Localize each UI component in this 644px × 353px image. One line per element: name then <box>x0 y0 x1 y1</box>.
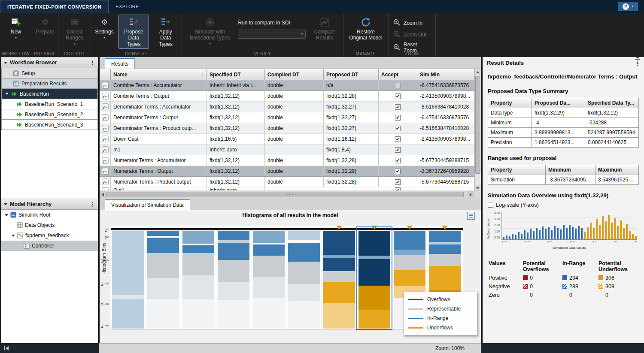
propose-data-types-button[interactable]: Propose Data Types <box>118 15 149 49</box>
vertical-scrollbar[interactable] <box>474 69 481 191</box>
tab-results[interactable]: Results <box>105 58 135 69</box>
tree-item-controller[interactable]: Controller <box>1 241 98 251</box>
compiled-dt-column-header[interactable]: Compiled DT <box>265 69 324 80</box>
accept-checkbox[interactable] <box>395 147 401 153</box>
kebab-menu-icon[interactable]: ⋮ <box>635 60 641 67</box>
prepare-icon: ⚙ <box>42 16 49 28</box>
skip-to-start-icon[interactable] <box>3 346 9 351</box>
accept-checkbox[interactable] <box>395 136 401 142</box>
property-header[interactable]: Property <box>488 98 532 108</box>
new-button[interactable]: New ▾ <box>3 15 28 42</box>
table-row[interactable]: Denominator Terms : Output fixdt(1,32,12… <box>100 112 474 123</box>
table-row[interactable]: Denominator Terms : Accumulator fixdt(1,… <box>100 102 474 112</box>
histogram-column[interactable] <box>182 231 214 329</box>
in-range-line-swatch <box>408 318 423 319</box>
table-row[interactable]: In1 Inherit: auto fixdt(1,8,4) <box>100 145 474 155</box>
simulate-embedded-button[interactable]: Simulate with Embedded Types ▾ <box>187 15 233 48</box>
help-button[interactable]: ? ▾ <box>618 2 638 11</box>
vertical-scroll-thumb[interactable] <box>475 76 480 174</box>
accept-checkbox[interactable] <box>395 94 401 99</box>
accept-checkbox[interactable] <box>395 169 401 174</box>
histogram-column[interactable] <box>147 231 179 329</box>
histogram-column[interactable] <box>218 231 249 329</box>
log-scale-checkbox[interactable] <box>488 202 493 208</box>
run-to-compare-select[interactable]: ▾ <box>238 30 306 39</box>
workflow-item-scenario-1[interactable]: BaselineRun_Scenario_1 <box>1 99 98 109</box>
settings-button[interactable]: ⚙ Settings ▾ <box>92 15 117 42</box>
proposed-dt-column-header[interactable]: Proposed DT <box>324 69 379 80</box>
zoom-out-button[interactable]: Zoom Out <box>389 29 435 40</box>
zoom-in-button[interactable]: Zoom In <box>389 17 435 29</box>
drag-handle-icon[interactable]: ⋮ <box>101 60 106 66</box>
scroll-left-button[interactable] <box>100 191 106 198</box>
property-header[interactable]: Property <box>488 165 546 175</box>
sim-min-column-header[interactable]: Sim Min <box>417 69 474 80</box>
values-row-zero: Zero 0 0 0 <box>488 291 639 299</box>
preparation-results-icon <box>13 81 19 87</box>
scroll-right-button[interactable] <box>468 191 474 198</box>
expand-triangle-icon[interactable] <box>5 93 9 95</box>
collect-ranges-button[interactable]: Collect Ranges ▾ <box>62 15 87 48</box>
minimum-header[interactable]: Minimum <box>546 165 595 175</box>
histogram-column[interactable] <box>323 231 355 329</box>
tree-item-data-objects[interactable]: Data Objects <box>1 220 98 230</box>
kebab-menu-icon[interactable]: ⋮ <box>90 201 95 208</box>
workflow-item-baselinerun[interactable]: BaselineRun <box>1 89 98 99</box>
accept-checkbox[interactable] <box>395 187 401 191</box>
table-row[interactable]: Combine Terms : Accumulator Inherit: Inh… <box>100 80 474 91</box>
apply-data-types-button[interactable]: Apply Data Types <box>151 15 181 49</box>
workflow-item-preparation-results[interactable]: Preparation Results <box>1 78 98 89</box>
signal-result-icon <box>102 146 109 153</box>
scroll-down-button[interactable] <box>475 185 481 191</box>
drag-handle-icon[interactable]: ⋮ <box>101 201 106 207</box>
horizontal-scrollbar[interactable] <box>100 191 481 198</box>
accept-column-header[interactable]: Accept <box>379 69 417 80</box>
table-row[interactable]: Numerator Terms : Accumulator fixdt(1,32… <box>100 155 474 166</box>
tab-iterative-fixed-point-conversion[interactable]: ITERATIVE FIXED-POINT CONVERSION <box>0 0 109 13</box>
accept-checkbox[interactable] <box>395 104 401 110</box>
table-row[interactable]: Numerator Terms : Product output fixdt(1… <box>100 177 474 187</box>
workflow-item-setup[interactable]: Setup <box>1 68 98 78</box>
compiled-dt-cell: double <box>265 112 324 123</box>
table-row[interactable]: Numerator Terms : Output fixdt(1,32,12) … <box>100 166 474 177</box>
table-row[interactable]: Down Cast fixdt(1,16,5) double fixdt(1,1… <box>100 134 474 145</box>
workflow-item-scenario-3[interactable]: BaselineRun_Scenario_3 <box>1 120 98 130</box>
workflow-browser-header: Workflow Browser ⋮ <box>1 57 98 68</box>
tab-explore[interactable]: EXPLORE <box>109 0 146 13</box>
expand-triangle-icon[interactable] <box>5 214 8 216</box>
accept-checkbox[interactable] <box>395 158 401 163</box>
accept-checkbox[interactable] <box>395 179 401 185</box>
section-label-zoom: ZOOM <box>389 51 435 56</box>
expand-triangle-icon[interactable] <box>12 235 15 237</box>
splitter-grip-icon[interactable] <box>285 193 295 196</box>
accept-checkbox[interactable] <box>395 115 401 121</box>
compare-results-button[interactable]: Compare Results <box>311 15 338 43</box>
proposed-data-header[interactable]: Proposed Da... <box>532 98 585 108</box>
table-row[interactable]: Combine Terms : Output fixdt(1,32,12) do… <box>100 91 474 102</box>
scroll-up-button[interactable] <box>475 69 481 75</box>
maximum-header[interactable]: Maximum <box>595 165 639 175</box>
histogram-column[interactable] <box>288 231 320 329</box>
restore-original-model-button[interactable]: Restore Original Model <box>346 15 385 43</box>
tree-item-fxpdemo-feedback[interactable]: fxpdemo_feedback <box>1 230 98 241</box>
specified-dt-column-header[interactable]: Specified DT <box>207 69 265 80</box>
collapse-triangle-icon[interactable] <box>4 203 7 205</box>
table-row[interactable]: Out1 Inherit: auto <box>100 187 474 191</box>
specified-data-header[interactable]: Specified Data Ty... <box>585 98 639 108</box>
histogram-column[interactable] <box>253 231 285 329</box>
accept-checkbox[interactable] <box>395 126 401 131</box>
prepare-button[interactable]: ⚙ Prepare <box>33 15 58 36</box>
workflow-item-scenario-2[interactable]: BaselineRun_Scenario_2 <box>1 109 98 120</box>
accept-checkbox[interactable] <box>395 83 401 88</box>
tab-visualization[interactable]: Visualization of Simulation Data <box>105 199 190 210</box>
tree-item-simulink-root[interactable]: Simulink Root <box>1 210 98 220</box>
histogram-column[interactable] <box>112 231 144 329</box>
histogram-column[interactable] <box>358 231 390 329</box>
collapse-triangle-icon[interactable] <box>4 62 7 64</box>
proposed-dt-cell: fixdt(1,8,4) <box>324 145 379 155</box>
name-column-header[interactable]: Name ↑ <box>111 69 207 80</box>
icon-column-header[interactable] <box>100 69 111 80</box>
legend-toggle-icon[interactable] <box>467 212 475 220</box>
table-row[interactable]: Denominator Terms : Product outp... fixd… <box>100 123 474 134</box>
kebab-menu-icon[interactable]: ⋮ <box>90 60 95 66</box>
